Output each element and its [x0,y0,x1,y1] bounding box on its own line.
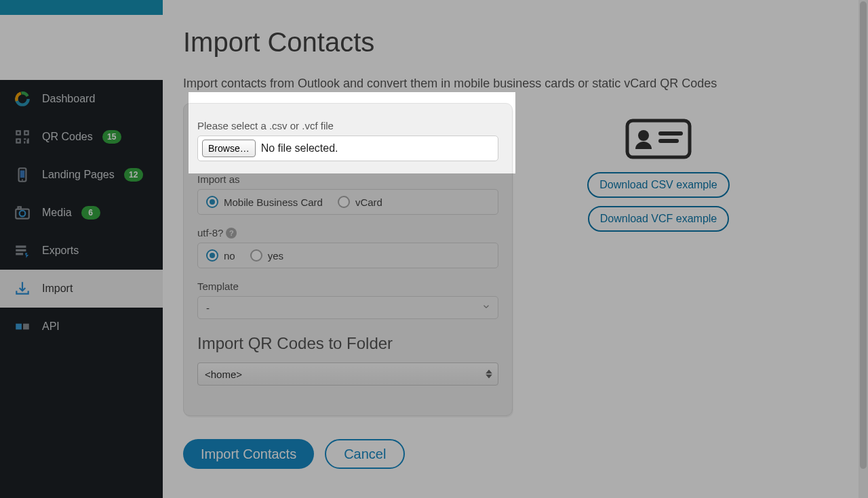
radio-label: vCard [355,196,382,208]
svg-point-15 [638,130,649,141]
radio-label: Mobile Business Card [224,196,323,208]
svg-rect-4 [20,171,25,178]
folder-select[interactable]: <home> [197,362,498,386]
sidebar-item-landing-pages[interactable]: Landing Pages 12 [0,156,163,194]
sidebar-badge: 6 [81,206,100,220]
exports-icon [12,241,33,261]
select-arrows-icon [486,370,492,379]
sidebar-item-api[interactable]: API [0,308,163,346]
id-card-icon [625,117,692,164]
browse-button[interactable]: Browse… [202,140,256,157]
page-title: Import Contacts [183,27,838,58]
sidebar-item-label: Landing Pages [42,169,115,181]
template-label: Template [197,281,498,292]
template-value: - [206,302,210,314]
chevron-down-icon [481,302,491,314]
import-form-card: Please select a .csv or .vcf file Browse… [183,103,513,416]
svg-rect-16 [658,131,683,136]
file-input[interactable]: Browse… No file selected. [197,136,498,161]
download-vcf-button[interactable]: Download VCF example [588,206,730,232]
scrollbar-thumb[interactable] [860,1,867,469]
folder-heading: Import QR Codes to Folder [197,334,498,353]
main-content: Import Contacts Import contacts from Out… [163,0,859,498]
sidebar-badge: 12 [124,168,143,182]
folder-value: <home> [205,369,242,380]
sidebar-item-label: QR Codes [42,131,93,143]
help-icon[interactable]: ? [226,228,237,238]
file-placeholder: No file selected. [261,142,338,154]
download-csv-button[interactable]: Download CSV example [587,172,729,198]
template-select[interactable]: - [197,296,498,319]
svg-point-7 [20,211,26,217]
svg-rect-17 [658,139,679,143]
radio-mobile-card[interactable]: Mobile Business Card [206,196,323,208]
svg-rect-11 [16,253,23,255]
utf8-radiogroup: no yes [197,243,498,268]
qr-code-icon [12,127,33,147]
import-as-label: Import as [197,173,498,185]
svg-rect-12 [16,324,22,330]
radio-utf8-yes[interactable]: yes [250,249,283,262]
donut-chart-icon [12,89,33,109]
import-contacts-button[interactable]: Import Contacts [183,439,314,469]
sidebar: Dashboard QR Codes 15 Landing Pages 12 [0,80,163,498]
svg-rect-13 [23,324,29,330]
page-subtitle: Import contacts from Outlook and convert… [183,77,838,91]
radio-vcard[interactable]: vCard [338,196,382,208]
svg-rect-10 [16,249,26,251]
import-as-radiogroup: Mobile Business Card vCard [197,189,498,215]
svg-rect-8 [18,207,21,209]
sidebar-item-qrcodes[interactable]: QR Codes 15 [0,118,163,156]
sidebar-item-label: Dashboard [42,93,95,105]
page-scrollbar[interactable] [859,0,868,498]
sidebar-item-label: Exports [42,245,79,257]
svg-rect-14 [627,121,690,157]
radio-label: no [224,250,235,262]
file-field-label: Please select a .csv or .vcf file [197,120,498,131]
radio-utf8-no[interactable]: no [206,249,235,262]
camera-icon [12,203,33,223]
import-icon [12,278,33,299]
svg-point-5 [22,180,23,181]
sidebar-badge: 15 [102,130,121,144]
header-gap [0,15,163,80]
sidebar-item-label: API [42,320,60,333]
sidebar-item-dashboard[interactable]: Dashboard [0,80,163,118]
actions-row: Import Contacts Cancel [183,439,513,469]
utf8-label: utf-8? ? [197,227,498,238]
api-icon [12,316,33,337]
radio-label: yes [268,250,283,262]
sidebar-item-import[interactable]: Import [0,270,163,308]
cancel-button[interactable]: Cancel [325,439,405,469]
svg-rect-9 [16,245,26,247]
sidebar-item-media[interactable]: Media 6 [0,194,163,232]
top-accent-strip [0,0,163,15]
sidebar-item-exports[interactable]: Exports [0,232,163,270]
sidebar-item-label: Import [42,283,73,295]
phone-icon [12,165,33,185]
sidebar-item-label: Media [42,207,72,219]
